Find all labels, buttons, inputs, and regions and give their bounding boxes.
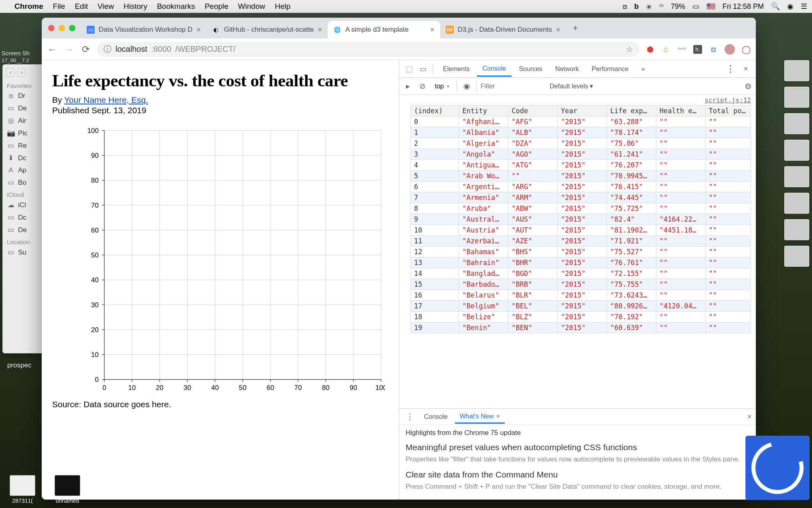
table-header[interactable]: Health e… (656, 106, 705, 116)
tab-d3[interactable]: D3 D3.js - Data-Driven Documents × (440, 21, 566, 39)
dropbox-menubar-icon[interactable]: ⧈ (623, 2, 627, 11)
table-header[interactable]: Life exp… (607, 106, 656, 116)
table-row[interactable]: 9"Austral…"AUS""2015""82.4""4164.22…"" (411, 214, 751, 225)
finder-back-button[interactable]: ‹ (6, 68, 15, 77)
desktop-file-prospec[interactable]: prospec (7, 361, 31, 369)
menubar-bookmarks[interactable]: Bookmarks (157, 2, 195, 11)
b-menubar-icon[interactable]: b (634, 2, 639, 11)
tab-close-icon[interactable]: × (197, 26, 201, 34)
table-row[interactable]: 18"Belize""BLZ""2015""70.192""""" (411, 312, 751, 322)
tab-close-icon[interactable]: × (430, 26, 434, 34)
input-flag-icon[interactable]: 🇺🇸 (706, 2, 715, 11)
desktop-thumb[interactable] (784, 60, 809, 81)
table-header[interactable]: Code (508, 106, 558, 116)
console-context-select[interactable]: top (432, 81, 453, 92)
devtools-tab-network[interactable]: Network (550, 61, 585, 77)
desktop-file[interactable]: unnamed (56, 498, 79, 504)
window-minimize-button[interactable] (59, 25, 65, 31)
finder-item-location[interactable]: Su (18, 249, 26, 257)
profile-avatar[interactable] (725, 44, 735, 55)
table-header[interactable]: (index) (411, 106, 459, 116)
devtools-tab-console[interactable]: Console (477, 61, 512, 77)
new-tab-button[interactable]: + (568, 21, 583, 35)
menubar-edit[interactable]: Edit (75, 2, 88, 11)
tab-localhost[interactable]: 🌐 A simple d3 template × (328, 21, 440, 39)
star-icon[interactable]: ☆ (626, 45, 633, 54)
menubar-history[interactable]: History (124, 2, 147, 11)
window-close-button[interactable] (48, 25, 55, 31)
finder-item-downloads[interactable]: Dc (18, 154, 26, 162)
table-row[interactable]: 12"Bahamas""BHS""2015""75.527""""" (411, 247, 751, 257)
console-levels-select[interactable]: Default levels ▾ (549, 82, 594, 90)
wifi-icon[interactable]: ⌔ (659, 2, 664, 11)
finder-item-icloud[interactable]: iCl (18, 201, 26, 209)
menubar-clock[interactable]: Fri 12:58 PM (723, 2, 764, 11)
table-header[interactable]: Year (558, 106, 607, 116)
finder-window[interactable]: ‹ › Favorites ⧈Dr ▭De ◎Air 📷Pic ▭Re ⬇Dc … (2, 64, 47, 353)
live-expression-icon[interactable]: ◉ (462, 82, 471, 91)
devtools-tab-more[interactable]: » (635, 61, 650, 77)
table-row[interactable]: 3"Angola""AGO""2015""61.241""""" (411, 149, 751, 160)
window-zoom-button[interactable] (69, 25, 75, 31)
back-button[interactable]: ← (47, 44, 58, 55)
menubar-view[interactable]: View (97, 2, 114, 11)
menubar-file[interactable]: File (53, 2, 65, 11)
siri-icon[interactable]: ◉ (787, 2, 794, 11)
drawer-tab-close-icon[interactable]: × (496, 413, 500, 420)
console-sidebar-icon[interactable]: ▸ (403, 82, 413, 91)
ext-adblock-icon[interactable]: ⬢ (645, 45, 655, 54)
tab-docs[interactable]: ▭ Data Visualization Workshop D × (81, 21, 206, 39)
battery-icon[interactable]: ▭ (692, 2, 699, 11)
devtools-close-icon[interactable]: × (740, 63, 752, 75)
table-row[interactable]: 17"Belgium""BEL""2015""80.9926…"4120.04…… (411, 301, 751, 312)
drawer-menu-icon[interactable]: ⋮ (403, 412, 417, 422)
address-bar[interactable]: ⓘ localhost:8000/WEBPROJECT/ ☆ (97, 42, 639, 57)
ext-red-icon[interactable]: ◯ (741, 45, 751, 54)
menubar-app[interactable]: Chrome (14, 2, 43, 11)
finder-item-box[interactable]: Bo (18, 179, 26, 187)
table-header[interactable]: Entity (459, 106, 508, 116)
finder-item-pictures[interactable]: Pic (18, 129, 28, 137)
screenshot-preview[interactable] (745, 436, 810, 500)
tab-close-icon[interactable]: × (556, 26, 560, 34)
table-row[interactable]: 13"Bahrain""BHR""2015""76.761""""" (411, 257, 751, 268)
desktop-file[interactable]: 287311( (12, 498, 32, 504)
desktop-thumb[interactable] (784, 113, 809, 134)
desktop-thumb[interactable] (784, 246, 809, 267)
table-row[interactable]: 10"Austria""AUT""2015""81.1902…"4451.18…… (411, 225, 751, 236)
desktop-thumb[interactable] (784, 193, 809, 214)
table-row[interactable]: 11"Azerbai…"AZE""2015""71.921""""" (411, 236, 751, 247)
ext-wave-icon[interactable]: 〰 (677, 45, 687, 54)
device-toggle-icon[interactable]: ▭ (417, 63, 429, 75)
devtools-menu-icon[interactable]: ⋮ (723, 64, 738, 74)
tab-close-icon[interactable]: × (318, 26, 322, 34)
desktop-thumb[interactable] (784, 219, 809, 240)
spotlight-icon[interactable]: 🔍 (771, 2, 780, 11)
drawer-tab-console[interactable]: Console (419, 410, 453, 424)
table-row[interactable]: 0"Afghani…"AFG""2015""63.288""""" (411, 116, 751, 127)
finder-item-dropbox[interactable]: Dr (18, 92, 25, 100)
desktop-thumb[interactable] (784, 87, 809, 108)
devtools-tab-performance[interactable]: Performance (586, 61, 634, 77)
table-header[interactable]: Total po… (705, 106, 751, 116)
table-row[interactable]: 5"Arab Wo…"""2015""70.9945…"""" (411, 171, 751, 182)
table-row[interactable]: 2"Algeria""DZA""2015""75.86""""" (411, 138, 751, 149)
devtools-tab-sources[interactable]: Sources (513, 61, 548, 77)
clear-console-icon[interactable]: ⊘ (418, 82, 427, 91)
finder-item-airdrop[interactable]: Air (18, 117, 26, 125)
console-settings-icon[interactable]: ⚙ (745, 82, 752, 91)
finder-item-recents[interactable]: Re (18, 142, 27, 150)
devtools-tab-elements[interactable]: Elements (437, 61, 475, 77)
table-row[interactable]: 6"Argenti…"ARG""2015""76.415""""" (411, 182, 751, 192)
reload-button[interactable]: ⟳ (80, 44, 91, 55)
finder-item-icloud-desktop[interactable]: De (18, 226, 27, 234)
console-source-link[interactable]: script.js:12 (704, 96, 751, 104)
table-row[interactable]: 19"Benin""BEN""2015""60.639""""" (411, 322, 751, 333)
table-row[interactable]: 16"Belarus""BLR""2015""73.6243…"""" (411, 290, 751, 301)
tab-github[interactable]: ◐ GitHub - chriscanipe/ut-scatte × (206, 21, 327, 39)
menubar-people[interactable]: People (205, 2, 228, 11)
table-row[interactable]: 1"Albania""ALB""2015""78.174""""" (411, 127, 751, 138)
inspect-element-icon[interactable]: ⬚ (403, 63, 415, 75)
desktop-file-label[interactable]: Screen Sh (2, 50, 40, 57)
table-row[interactable]: 14"Banglad…"BGD""2015""72.155""""" (411, 268, 751, 279)
